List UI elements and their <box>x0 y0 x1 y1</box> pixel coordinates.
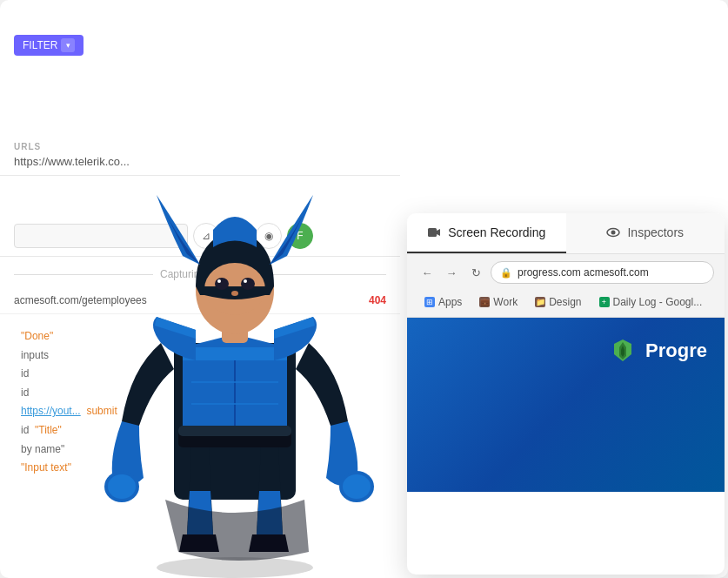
filter-label: FILTER <box>23 39 57 51</box>
browser-chrome: ← → ↻ 🔒 progress.com acmesoft.com ⊞ Apps… <box>407 254 725 318</box>
bookmark-daily[interactable]: + Daily Log - Googl... <box>592 294 710 310</box>
json-line-5: https://yout... submit <box>21 402 379 421</box>
filter-a-btn[interactable]: A <box>224 223 250 249</box>
nav-forward-button[interactable]: → <box>442 263 461 282</box>
inspectors-label: Inspectors <box>627 225 684 239</box>
progress-brand-text: Progre <box>645 339 707 362</box>
progress-logo-icon <box>607 335 638 366</box>
filter-button[interactable]: FILTER ▾ <box>14 35 83 56</box>
filter-green-btn[interactable]: F <box>287 223 313 249</box>
address-bar[interactable]: 🔒 progress.com acmesoft.com <box>491 261 714 284</box>
bookmark-work[interactable]: 💼 Work <box>472 294 524 310</box>
address-text: progress.com acmesoft.com <box>518 266 649 279</box>
json-line-6: id "Title" <box>21 421 379 440</box>
network-request-row[interactable]: acmesoft.com/getemployees 404 <box>0 287 400 314</box>
bookmarks-bar: ⊞ Apps 💼 Work 📁 Design + Daily Log - Goo… <box>407 291 725 317</box>
filter-circle-btn[interactable]: ◉ <box>256 223 282 249</box>
json-line-4: id <box>21 384 379 403</box>
video-icon <box>427 225 441 239</box>
svg-marker-1 <box>437 229 440 236</box>
capturing-text: Capturing started <box>160 268 240 280</box>
panel-tabs: Screen Recording Inspectors <box>407 213 725 254</box>
daily-bookmark-icon: + <box>599 297 610 307</box>
search-input[interactable] <box>14 224 188 248</box>
url-section: URLS https://www.telerik.co... <box>0 135 400 176</box>
tab-screen-recording[interactable]: Screen Recording <box>407 213 566 253</box>
work-bookmark-icon: 💼 <box>479 297 490 307</box>
filter-icon-bar: ⊿ A ◉ F <box>0 216 400 257</box>
json-line-8: "Input text" <box>21 459 379 478</box>
screen-recording-label: Screen Recording <box>448 225 545 239</box>
bookmark-apps[interactable]: ⊞ Apps <box>417 294 469 310</box>
top-filter-bar: FILTER ▾ <box>0 26 400 64</box>
svg-rect-0 <box>428 228 437 237</box>
json-content-area: "Done" inputs id id https://yout... subm… <box>0 320 400 485</box>
design-bookmark-icon: 📁 <box>535 297 545 307</box>
right-panel: Screen Recording Inspectors ← → ↻ 🔒 prog… <box>407 213 725 575</box>
svg-point-3 <box>611 231 616 235</box>
json-line-7: by name" <box>21 440 379 460</box>
bookmark-design[interactable]: 📁 Design <box>528 294 588 310</box>
daily-bookmark-label: Daily Log - Googl... <box>613 296 703 308</box>
eye-icon <box>606 225 620 239</box>
nav-reload-button[interactable]: ↻ <box>466 263 485 282</box>
tab-inspectors[interactable]: Inspectors <box>566 213 725 253</box>
capturing-banner: Capturing started <box>0 261 400 287</box>
filter-dropdown-arrow: ▾ <box>61 38 75 52</box>
json-line-2: inputs <box>21 346 379 366</box>
filter-funnel-btn[interactable]: ⊿ <box>193 223 219 249</box>
request-url: acmesoft.com/getemployees <box>14 294 147 306</box>
nav-back-button[interactable]: ← <box>417 263 437 282</box>
request-status: 404 <box>369 294 386 306</box>
apps-bookmark-icon: ⊞ <box>424 297 435 307</box>
browser-content: Progre <box>407 318 725 492</box>
progress-logo: Progre <box>607 335 707 366</box>
url-value: https://www.telerik.co... <box>14 155 386 168</box>
json-line-1: "Done" <box>21 327 379 346</box>
apps-bookmark-label: Apps <box>438 296 462 308</box>
lock-icon: 🔒 <box>500 267 512 279</box>
browser-nav: ← → ↻ 🔒 progress.com acmesoft.com <box>407 254 725 291</box>
design-bookmark-label: Design <box>549 296 581 308</box>
json-line-3: id <box>21 365 379 384</box>
url-label: URLS <box>14 142 386 151</box>
work-bookmark-label: Work <box>493 296 518 308</box>
